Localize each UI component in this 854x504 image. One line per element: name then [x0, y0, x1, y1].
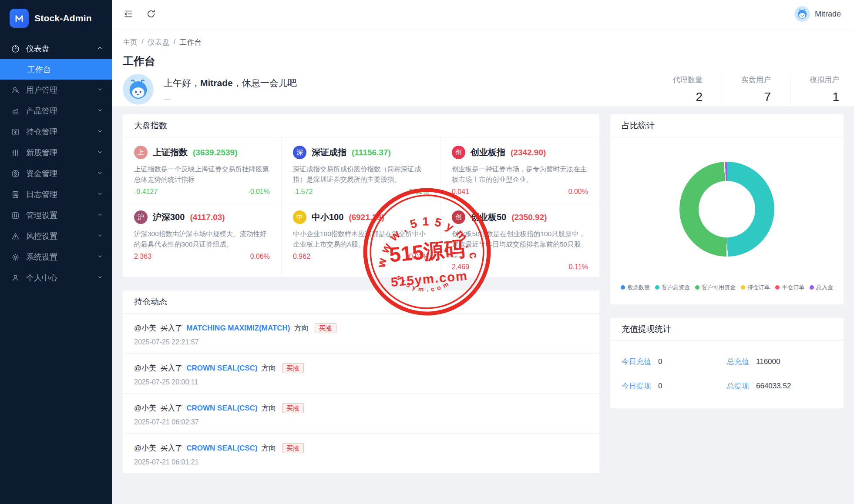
index-name: 创业板50 — [471, 211, 506, 223]
greeting-row: 上午好，Mitrade，休息一会儿吧 — 代理数量 2 实盘用户 7 模拟用户 … — [123, 74, 841, 105]
stat-value: 7 — [741, 90, 771, 104]
position-time: 2025-07-25 22:21:57 — [134, 338, 588, 346]
positions-card-title: 持仓动态 — [123, 290, 599, 314]
system-settings-icon — [10, 252, 20, 262]
position-symbol-link[interactable]: MATCHING MAXIMIZ(MATCH) — [186, 324, 290, 333]
positions-card: 持仓动态 @小美 买入了 MATCHING MAXIMIZ(MATCH) 方向 … — [123, 290, 599, 473]
content-area: 大盘指数 上 上证指数 (3639.2539) 上证指数是一个反映上海证券交易所… — [112, 106, 854, 504]
app-logo-icon — [10, 9, 29, 28]
index-change-percent: -0.01% — [248, 188, 270, 196]
index-price: (6921.29) — [349, 213, 384, 222]
position-action: 买入了 — [160, 363, 182, 373]
legend-item[interactable]: 平仓订单 — [775, 284, 804, 291]
index-badge-icon: 创 — [452, 210, 465, 224]
index-change: 0.962 — [293, 253, 310, 260]
legend-item[interactable]: 客户总资金 — [655, 284, 690, 291]
index-name: 上证指数 — [153, 147, 188, 158]
log-manage-icon — [10, 190, 20, 199]
dashboard-icon — [10, 44, 20, 53]
legend-label: 客户总资金 — [662, 284, 690, 291]
stat-block: 实盘用户 7 — [722, 74, 790, 105]
index-price: (4117.03) — [190, 213, 225, 222]
index-change: 0.041 — [452, 188, 469, 196]
greeting-subtext: — — [164, 95, 297, 102]
sidebar-item[interactable]: 日志管理 — [0, 184, 112, 205]
position-user: @小美 — [134, 323, 156, 333]
sidebar-item-label: 仪表盘 — [26, 43, 91, 54]
direction-badge: 买涨 — [282, 443, 304, 453]
sidebar-item[interactable]: 用户管理 — [0, 80, 112, 100]
recharge-card-title: 充值提现统计 — [610, 318, 844, 341]
position-action: 买入了 — [160, 323, 182, 333]
sidebar-item[interactable]: 个人中心 — [0, 267, 112, 288]
collapse-sidebar-button[interactable] — [122, 8, 134, 20]
sidebar-item-label: 用户管理 — [26, 85, 91, 95]
index-change-percent: 0.01% — [409, 253, 429, 260]
app-logo[interactable]: Stock-Admin — [0, 0, 112, 38]
position-direction-label: 方向 — [262, 363, 276, 373]
recharge-value: 0 — [658, 357, 662, 366]
topbar: Mitrade — [112, 0, 854, 28]
ratio-donut-chart — [679, 162, 774, 257]
risk-settings-icon — [10, 231, 20, 241]
user-manage-icon — [10, 85, 20, 95]
page-title: 工作台 — [123, 54, 841, 68]
greeting-text: 上午好，Mitrade，休息一会儿吧 — [164, 77, 297, 89]
sidebar-item-label: 管理设置 — [26, 210, 91, 220]
index-badge-icon: 上 — [134, 146, 148, 159]
position-symbol-link[interactable]: CROWN SEAL(CSC) — [186, 404, 257, 413]
recharge-row: 总充值 116000 — [727, 357, 832, 367]
user-avatar — [794, 6, 810, 22]
sidebar-item[interactable]: 产品管理 — [0, 100, 112, 121]
legend-item[interactable]: 持仓订单 — [741, 284, 770, 291]
user-name: Mitrade — [815, 10, 841, 19]
stat-label: 模拟用户 — [810, 75, 839, 85]
index-description: 深证成指交易所成份股价指数（简称深证成指）是深圳证券交易所的主要股指。 — [293, 164, 429, 185]
sidebar-item-label: 系统设置 — [26, 252, 91, 262]
recharge-label: 今日充值 — [622, 357, 651, 367]
direction-badge: 买涨 — [315, 323, 336, 333]
breadcrumb-item: 工作台 — [179, 37, 202, 47]
sidebar-item[interactable]: 风控设置 — [0, 226, 112, 247]
chevron-down-icon — [97, 86, 103, 95]
sidebar-item[interactable]: 管理设置 — [0, 205, 112, 226]
user-menu[interactable]: Mitrade — [794, 6, 841, 22]
index-description: 上证指数是一个反映上海证券交易所挂牌股票总体走势的统计指标 — [134, 164, 270, 185]
refresh-button[interactable] — [145, 8, 157, 20]
legend-item[interactable]: 股票数量 — [621, 284, 650, 291]
legend-label: 总入金 — [816, 284, 833, 291]
position-symbol-link[interactable]: CROWN SEAL(CSC) — [186, 364, 257, 373]
recharge-value: 116000 — [756, 357, 780, 366]
sidebar-item[interactable]: 持仓管理 — [0, 121, 112, 142]
legend-item[interactable]: 总入金 — [810, 284, 833, 291]
position-direction-label: 方向 — [262, 403, 276, 413]
recharge-grid: 今日充值 0 总充值 116000 今日提现 0 总提现 664033.52 — [610, 341, 844, 408]
profile-icon — [10, 273, 20, 283]
sidebar-item[interactable]: 系统设置 — [0, 247, 112, 267]
legend-item[interactable]: 客户可用资金 — [695, 284, 736, 291]
sidebar-item[interactable]: 新股管理 — [0, 142, 112, 163]
index-description: 中小企业100指数样本应该都是在深交所中小企业板上市交易的A股。 — [293, 229, 429, 250]
index-name: 中小100 — [312, 211, 343, 223]
position-symbol-link[interactable]: CROWN SEAL(CSC) — [186, 444, 257, 453]
index-change-percent: 0.00% — [568, 188, 588, 196]
sidebar-item-label: 产品管理 — [26, 106, 91, 116]
index-price: (3639.2539) — [193, 148, 237, 157]
sidebar-item[interactable]: 仪表盘 — [0, 38, 112, 59]
index-price: (2350.92) — [511, 213, 547, 222]
sidebar-item[interactable]: 资金管理 — [0, 163, 112, 184]
sidebar-item-label: 日志管理 — [26, 189, 91, 200]
index-name: 沪深300 — [153, 211, 185, 223]
index-tile: 深 深证成指 (11156.37) 深证成指交易所成份股价指数（简称深证成指）是… — [282, 137, 440, 202]
breadcrumb-item[interactable]: 仪表盘 — [148, 37, 170, 47]
breadcrumb-item[interactable]: 主页 — [123, 37, 138, 47]
legend-dot-icon — [741, 285, 745, 290]
sidebar: Stock-Admin 仪表盘 工作台 用户管理 产品管理 持仓管理 新股管理 … — [0, 0, 112, 504]
sidebar-subitem[interactable]: 工作台 — [0, 59, 112, 80]
position-time: 2025-07-25 20:00:11 — [134, 378, 588, 386]
sidebar-item-label: 个人中心 — [26, 273, 91, 283]
chevron-down-icon — [97, 211, 103, 220]
position-action: 买入了 — [160, 443, 182, 453]
chevron-down-icon — [97, 148, 103, 157]
sidebar-subitem-label: 工作台 — [27, 64, 51, 75]
